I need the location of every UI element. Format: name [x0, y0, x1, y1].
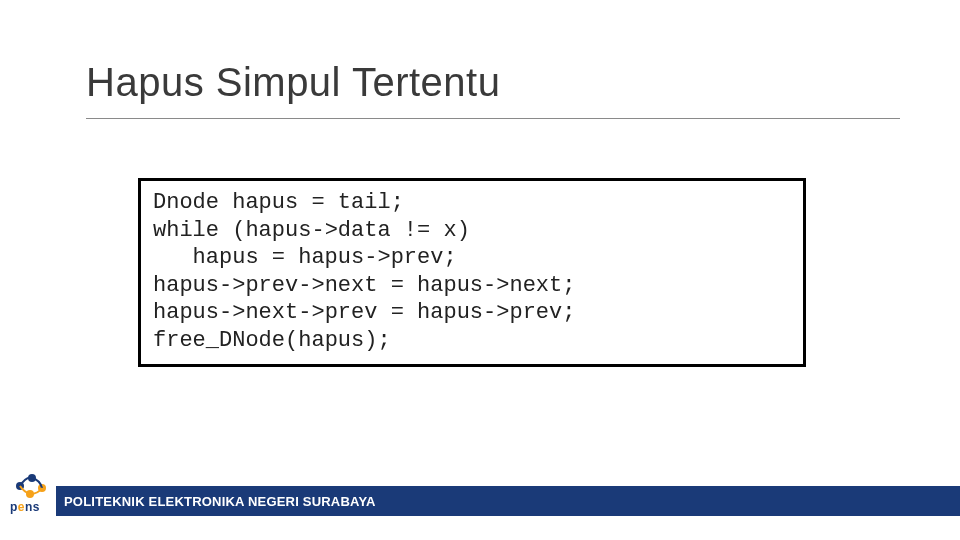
slide-title: Hapus Simpul Tertentu — [86, 60, 900, 105]
pens-e: e — [18, 500, 25, 514]
code-box: Dnode hapus = tail; while (hapus->data !… — [138, 178, 806, 367]
code-line-4: hapus->prev->next = hapus->next; — [153, 273, 575, 298]
footer-text: POLITEKNIK ELEKTRONIKA NEGERI SURABAYA — [64, 494, 376, 509]
code-line-2: while (hapus->data != x) — [153, 218, 470, 243]
title-rule — [86, 118, 900, 119]
pens-logo-text: pens — [10, 500, 40, 514]
code-line-5: hapus->next->prev = hapus->prev; — [153, 300, 575, 325]
footer-bar: POLITEKNIK ELEKTRONIKA NEGERI SURABAYA — [56, 486, 960, 516]
pens-p: p — [10, 500, 18, 514]
title-wrap: Hapus Simpul Tertentu — [86, 60, 900, 105]
code-line-6: free_DNode(hapus); — [153, 328, 391, 353]
slide: Hapus Simpul Tertentu Dnode hapus = tail… — [0, 0, 960, 540]
pens-ns: ns — [25, 500, 40, 514]
code-line-3: hapus = hapus->prev; — [193, 245, 457, 270]
code-line-1: Dnode hapus = tail; — [153, 190, 404, 215]
